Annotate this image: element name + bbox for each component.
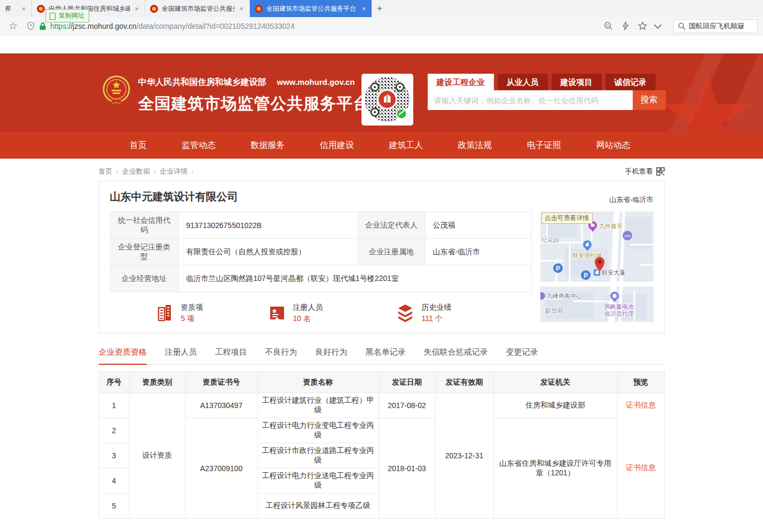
flash-save-icon[interactable] [621,21,630,30]
chevron-down-icon[interactable] [654,21,662,28]
breadcrumb-company-detail[interactable]: 企业详情 [160,167,187,175]
browser-tab-3[interactable]: 全国建筑市场监管公共服务平台 × [145,0,250,17]
search-tab-project[interactable]: 建设项目 [552,74,602,90]
tab-registered-personnel[interactable]: 注册人员 [165,347,197,364]
valid-until-cell: 2023-12-31 [435,393,493,519]
col-qual-name: 资质名称 [257,372,379,393]
nav-item-policy[interactable]: 政策法规 [458,140,492,151]
national-emblem-icon [101,75,132,106]
mobile-view-link[interactable]: 手机查看 [625,167,665,176]
issue-date-cell: 2017-08-02 [379,393,435,418]
building-icon [155,303,175,323]
url-scheme: https [50,22,66,30]
col-authority: 发证机关 [493,372,617,393]
breadcrumb-separator: › [154,168,156,176]
qual-name-cell: 工程设计电力行业送电工程专业丙级 [257,468,379,494]
table-row: 统一社会信用代码 91371302675501022B 企业法定代表人 公茂福 [110,212,531,239]
map-label-tower: 联安大厦 [602,269,625,276]
tab-title: 界 [5,4,17,13]
company-card: 山东中元建筑设计有限公司 山东省-临沂市 统一社会信用代码 9137130267… [99,181,665,333]
nav-item-site-news[interactable]: 网站动态 [596,140,630,151]
shield-icon [26,21,35,30]
keyword-search-input[interactable] [428,90,633,110]
site-favicon-icon [37,5,45,13]
site-favicon-icon [150,5,158,13]
certificate-info-link[interactable]: 证书信息 [626,401,656,409]
tab-close-icon[interactable]: × [133,5,140,13]
authority-cell: 住房和城乡建设部 [493,393,617,418]
breadcrumb: 首页 › 企业数据 › 企业详情 › 手机查看 [99,167,665,176]
browser-search-box[interactable]: 国航回应飞机颠簸 [673,19,758,33]
nav-item-supervision[interactable]: 监管动态 [182,140,216,151]
qual-name-cell: 工程设计风景园林工程专项乙级 [257,494,379,519]
tab-bad-behavior[interactable]: 不良行为 [265,347,297,364]
browser-tab-active[interactable]: 全国建筑市场监管公共服务平台 × [250,0,372,17]
secure-lock-icon [39,22,46,30]
location-map[interactable]: 点击可查看详情 [540,212,654,322]
stat-registered-personnel[interactable]: 注册人员 10 名 [268,302,323,324]
tab-close-icon[interactable]: × [20,5,27,13]
bookmark-star-icon[interactable]: ☆ [9,20,18,32]
nav-item-home[interactable]: 首页 [130,140,147,151]
parking-icon: P [553,263,563,273]
search-tab-enterprise[interactable]: 建设工程企业 [428,74,494,90]
site-brand: 中华人民共和国住房和城乡建设部 www.mohurd.gov.cn 全国建筑市场… [138,77,370,115]
company-stats: 资质项 5 项 注册人员 10 名 [110,302,532,324]
map-label-business-center: 九峰商务中心 [547,293,582,299]
company-region: 山东省-临沂市 [609,195,653,205]
qualification-table: 序号 资质类别 资质证书号 资质名称 发证日期 发证有效期 发证机关 预览 1 … [99,371,665,519]
address-bar-actions [604,21,660,30]
stat-label: 资质项 [181,302,203,313]
cert-no-cell: A137030497 [185,393,257,418]
breadcrumb-home[interactable]: 首页 [99,167,113,175]
nav-item-credit[interactable]: 信用建设 [320,140,354,151]
browser-chrome: 界 × 中华人民共和国住房和城乡建设 × 全国建筑市场监管公共服务平台 × 全国… [0,0,763,35]
table-row: 1 设计资质 A137030497 工程设计建筑行业（建筑工程）甲级 2017-… [99,393,664,418]
seq-cell: 2 [99,418,129,443]
browser-tab-1[interactable]: 界 × [0,0,32,17]
stat-qualifications[interactable]: 资质项 5 项 [155,302,203,324]
search-tab-personnel[interactable]: 从业人员 [498,74,548,90]
tab-close-icon[interactable]: × [360,5,367,13]
tab-projects[interactable]: 工程项目 [215,347,247,364]
nav-item-workers[interactable]: 建筑工人 [389,140,423,151]
reg-type-label: 企业登记注册类型 [110,239,178,265]
ministry-website: www.mohurd.gov.cn [277,77,355,87]
tab-qualifications[interactable]: 企业资质资格 [99,347,147,365]
tab-good-behavior[interactable]: 良好行为 [316,347,348,364]
stat-value: 5 项 [181,313,203,324]
tab-change-records[interactable]: 变更记录 [506,347,538,364]
cert-no-cell: A237009100 [185,418,257,519]
zoom-out-icon[interactable] [604,21,613,30]
issue-date-cell: 2018-01-03 [379,418,435,519]
tab-title: 全国建筑市场监管公共服务平台 [266,4,357,13]
platform-title: 全国建筑市场监管公共服务平台 [138,93,370,115]
tab-close-icon[interactable]: × [238,5,245,13]
nav-item-e-license[interactable]: 电子证照 [527,140,561,151]
stat-label: 历史业绩 [422,302,452,313]
tab-dishonesty-records[interactable]: 失信联合惩戒记录 [424,347,488,364]
new-tab-button[interactable]: + [372,0,388,17]
stat-history-performance[interactable]: 历史业绩 111 个 [395,302,452,324]
map-label-atm: ATM [624,234,630,238]
breadcrumb-company-data[interactable]: 企业数据 [122,167,150,175]
legal-rep-label: 企业法定代表人 [358,212,425,239]
seq-cell: 3 [99,443,129,468]
nav-item-data-service[interactable]: 数据服务 [250,140,285,151]
qr-code [361,74,413,126]
stat-value: 10 名 [293,313,323,324]
reg-region-value: 山东省-临沂市 [425,239,531,265]
map-canvas: 九州超市 ATM 纪花园 联安现代城 [540,212,654,322]
favorite-star-icon[interactable] [638,21,647,30]
search-button[interactable]: 搜索 [633,90,666,110]
url-field[interactable]: https://jzsc.mohurd.gov.cn/data/company/… [26,21,604,30]
search-tab-credit[interactable]: 诚信记录 [605,74,656,90]
certificate-info-link[interactable]: 证书信息 [626,463,656,472]
search-category-tabs: 建设工程企业 从业人员 建设项目 诚信记录 [428,74,666,90]
tab-blacklist[interactable]: 黑名单记录 [366,347,406,364]
seq-cell: 1 [99,393,129,418]
company-name: 山东中元建筑设计有限公司 [110,190,654,204]
stat-value: 111 个 [422,313,452,324]
main-nav: 首页 监管动态 数据服务 信用建设 建筑工人 政策法规 电子证照 网站动态 [0,132,763,159]
map-label-garden: 纪花园 [541,237,559,243]
